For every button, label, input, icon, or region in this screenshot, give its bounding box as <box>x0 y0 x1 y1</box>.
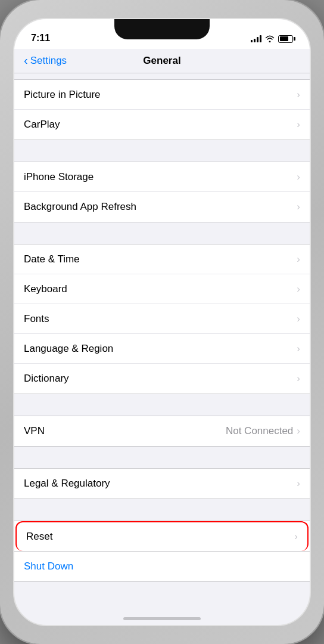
iphone-storage-right: › <box>297 171 300 183</box>
language-region-label: Language & Region <box>24 343 113 355</box>
scroll-content: Picture in Picture › CarPlay › iPhone St… <box>14 73 310 621</box>
section-gap-6 <box>14 499 310 521</box>
picture-in-picture-right: › <box>297 89 300 101</box>
section-gap-4 <box>14 394 310 416</box>
carplay-label: CarPlay <box>24 119 60 131</box>
list-item-fonts[interactable]: Fonts › <box>14 304 310 334</box>
chevron-right-icon: › <box>297 201 300 213</box>
section-5: Legal & Regulatory › <box>14 468 310 499</box>
back-button[interactable]: ‹ Settings <box>24 54 67 67</box>
vpn-right: Not Connected › <box>226 425 300 437</box>
vpn-value: Not Connected <box>226 425 293 437</box>
date-time-right: › <box>297 253 300 265</box>
list-item-picture-in-picture[interactable]: Picture in Picture › <box>14 80 310 110</box>
wifi-icon <box>265 35 275 42</box>
chevron-right-icon: › <box>297 313 300 325</box>
battery-icon <box>278 35 293 43</box>
list-item-language-region[interactable]: Language & Region › <box>14 334 310 364</box>
back-label: Settings <box>30 55 67 67</box>
section-2: iPhone Storage › Background App Refresh … <box>14 162 310 222</box>
chevron-right-icon: › <box>297 425 300 437</box>
shut-down-label: Shut Down <box>24 561 73 572</box>
status-time: 7:11 <box>31 33 50 44</box>
date-time-label: Date & Time <box>24 253 80 265</box>
list-item-vpn[interactable]: VPN Not Connected › <box>14 416 310 446</box>
list-item-reset[interactable]: Reset › <box>15 521 309 551</box>
section-3: Date & Time › Keyboard › Fonts › <box>14 244 310 394</box>
list-item-legal-regulatory[interactable]: Legal & Regulatory › <box>14 469 310 499</box>
chevron-right-icon: › <box>297 283 300 295</box>
list-item-shut-down[interactable]: Shut Down <box>14 552 310 581</box>
phone-screen: 7:11 ‹ Settings <box>13 18 311 626</box>
list-item-iphone-storage[interactable]: iPhone Storage › <box>14 162 310 192</box>
legal-regulatory-label: Legal & Regulatory <box>24 478 110 490</box>
section-gap-5 <box>14 447 310 468</box>
fonts-label: Fonts <box>24 313 49 325</box>
keyboard-label: Keyboard <box>24 283 67 295</box>
dictionary-right: › <box>297 373 300 385</box>
home-indicator <box>123 617 201 620</box>
status-icons <box>251 34 293 43</box>
list-item-carplay[interactable]: CarPlay › <box>14 110 310 140</box>
iphone-storage-label: iPhone Storage <box>24 171 94 183</box>
chevron-right-icon: › <box>297 343 300 355</box>
background-app-refresh-right: › <box>297 201 300 213</box>
phone-frame: 7:11 ‹ Settings <box>0 0 324 644</box>
chevron-right-icon: › <box>297 478 300 490</box>
signal-icon <box>251 35 261 42</box>
section-gap-1 <box>14 73 310 79</box>
language-region-right: › <box>297 343 300 355</box>
section-7: Shut Down <box>14 552 310 582</box>
chevron-right-icon: › <box>294 531 298 543</box>
section-1: Picture in Picture › CarPlay › <box>14 79 310 140</box>
page-title: General <box>143 55 180 67</box>
vpn-label: VPN <box>24 425 45 437</box>
nav-bar: ‹ Settings General <box>14 49 310 73</box>
legal-regulatory-right: › <box>297 478 300 490</box>
chevron-right-icon: › <box>297 171 300 183</box>
background-app-refresh-label: Background App Refresh <box>24 201 136 213</box>
chevron-right-icon: › <box>297 373 300 385</box>
section-4: VPN Not Connected › <box>14 416 310 447</box>
reset-right: › <box>294 531 298 543</box>
list-item-dictionary[interactable]: Dictionary › <box>14 364 310 394</box>
list-item-keyboard[interactable]: Keyboard › <box>14 274 310 304</box>
section-gap-3 <box>14 222 310 244</box>
section-gap-2 <box>14 140 310 162</box>
notch <box>114 19 210 39</box>
chevron-right-icon: › <box>297 119 300 131</box>
back-chevron-icon: ‹ <box>24 54 28 67</box>
chevron-right-icon: › <box>297 89 300 101</box>
section-6-wrapper: Reset › <box>14 521 310 552</box>
carplay-right: › <box>297 119 300 131</box>
dictionary-label: Dictionary <box>24 373 69 385</box>
picture-in-picture-label: Picture in Picture <box>24 89 101 101</box>
list-item-background-app-refresh[interactable]: Background App Refresh › <box>14 192 310 222</box>
fonts-right: › <box>297 313 300 325</box>
chevron-right-icon: › <box>297 253 300 265</box>
reset-label: Reset <box>26 531 52 543</box>
list-item-date-time[interactable]: Date & Time › <box>14 244 310 274</box>
keyboard-right: › <box>297 283 300 295</box>
